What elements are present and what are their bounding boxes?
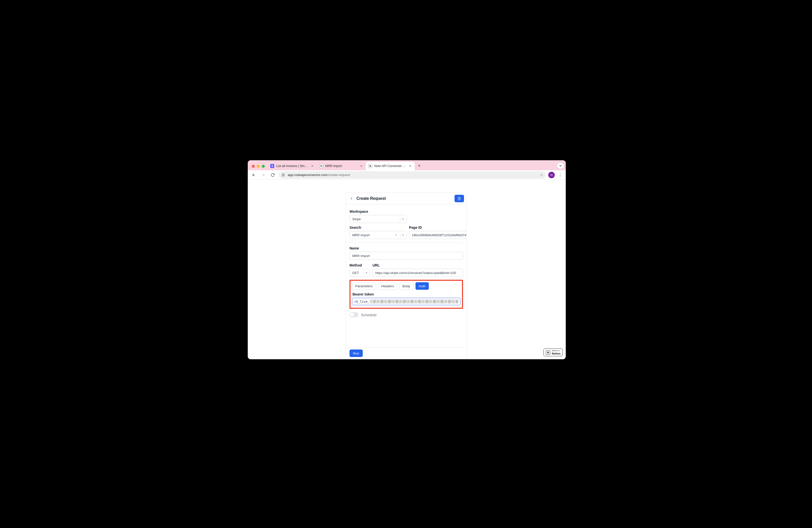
bookmark-star-icon[interactable]: ☆	[540, 173, 543, 177]
tab-headers[interactable]: Headers	[378, 282, 397, 290]
url-path: /create-request	[327, 173, 350, 177]
badge-bottom-text: Notion	[552, 352, 561, 355]
workspace-value: Stripe	[352, 217, 398, 221]
tune-icon	[281, 173, 285, 177]
browser-tab-mrr-import[interactable]: N MRR import ×	[317, 162, 366, 170]
card-header: Create Request ☰	[346, 193, 466, 205]
browser-window: S List all invoices | Stripe API R × N M…	[248, 160, 566, 359]
request-config-tabs: Parameters Headers Body Auth	[352, 282, 461, 290]
tab-search-button[interactable]	[557, 163, 564, 169]
card-menu-button[interactable]: ☰	[454, 195, 464, 202]
made-for-notion-badge[interactable]: N Made for Notion	[543, 349, 563, 356]
bearer-token-label: Bearer token	[352, 292, 461, 296]
reload-button[interactable]	[269, 172, 276, 178]
menu-icon: ☰	[458, 196, 461, 201]
divider	[349, 243, 463, 243]
close-tab-icon[interactable]: ×	[408, 164, 412, 168]
browser-toolbar: app.noteapiconnector.com/create-request …	[248, 170, 566, 180]
method-select[interactable]: GET ▾	[349, 269, 370, 277]
chevron-down-icon: ▾	[366, 271, 367, 275]
name-value: MRR Import	[352, 254, 370, 258]
page-viewport: Create Request ☰ Workspace Stripe ▾ Sea	[248, 180, 566, 359]
name-input[interactable]: MRR Import	[349, 252, 463, 260]
address-bar[interactable]: app.noteapiconnector.com/create-request …	[279, 171, 546, 179]
reload-icon	[271, 173, 275, 177]
tab-title: Note API Connector - App	[374, 164, 406, 168]
bearer-token-input[interactable]: rk_live_	[352, 298, 461, 305]
chevron-down-icon	[559, 164, 563, 168]
method-label: Method	[349, 263, 370, 267]
profile-avatar[interactable]: m	[548, 172, 555, 178]
chevron-down-icon: ▾	[402, 233, 404, 237]
badge-top-text: Made for	[552, 350, 561, 352]
run-button[interactable]: Run	[349, 350, 363, 357]
new-tab-button[interactable]: +	[416, 162, 423, 169]
close-window-button[interactable]	[252, 165, 255, 168]
site-settings-icon[interactable]	[281, 173, 286, 177]
browser-tab-note-api-connector[interactable]: N Note API Connector - App ×	[366, 162, 415, 170]
svg-point-5	[282, 174, 283, 174]
back-chevron-button[interactable]	[348, 195, 354, 202]
back-button[interactable]	[250, 172, 257, 178]
method-value: GET	[352, 271, 366, 275]
maximize-window-button[interactable]	[262, 165, 265, 168]
search-value: MRR import	[352, 233, 395, 237]
url-label: URL	[373, 263, 463, 267]
clear-icon[interactable]: ×	[395, 233, 397, 237]
url-input[interactable]: https://api.stripe.com/v1/invoices?statu…	[373, 269, 463, 277]
card-footer: Run	[346, 347, 466, 359]
notion-logo-icon: N	[546, 350, 550, 355]
browser-tab-stripe[interactable]: S List all invoices | Stripe API R ×	[268, 162, 317, 170]
favicon-note-api: N	[368, 164, 372, 168]
pageid-input[interactable]: 19fce380694c80828f71c5104df9d374	[409, 231, 466, 239]
window-controls	[250, 165, 268, 170]
create-request-card: Create Request ☰ Workspace Stripe ▾ Sea	[346, 192, 467, 359]
pageid-value: 19fce380694c80828f71c5104df9d374	[412, 233, 466, 237]
close-tab-icon[interactable]: ×	[310, 164, 314, 168]
bearer-token-redacted	[370, 300, 458, 303]
chevron-down-icon: ▾	[402, 217, 404, 221]
chevron-left-icon	[349, 196, 353, 201]
workspace-select[interactable]: Stripe ▾	[349, 215, 406, 223]
schedule-toggle[interactable]	[349, 312, 359, 317]
tab-auth[interactable]: Auth	[416, 282, 429, 290]
tab-parameters[interactable]: Parameters	[352, 282, 376, 290]
svg-point-6	[284, 175, 284, 175]
favicon-notion: N	[319, 164, 323, 168]
pageid-label: Page ID	[409, 225, 466, 230]
favicon-stripe: S	[270, 164, 274, 168]
svg-point-7	[282, 176, 283, 176]
page-title: Create Request	[357, 196, 386, 201]
close-tab-icon[interactable]: ×	[359, 164, 363, 168]
tab-strip: S List all invoices | Stripe API R × N M…	[248, 160, 566, 170]
forward-button[interactable]	[260, 172, 267, 178]
arrow-right-icon	[261, 173, 265, 177]
minimize-window-button[interactable]	[257, 165, 260, 168]
arrow-left-icon	[252, 173, 256, 177]
url-value: https://api.stripe.com/v1/invoices?statu…	[375, 271, 456, 275]
workspace-label: Workspace	[349, 209, 463, 214]
url-host: app.noteapiconnector.com	[288, 173, 327, 177]
bearer-token-prefix: rk_live_	[354, 300, 369, 304]
name-label: Name	[349, 246, 463, 250]
search-select[interactable]: MRR import × ▾	[349, 231, 406, 239]
browser-menu-button[interactable]: ⋮	[557, 173, 563, 177]
search-label: Search	[349, 225, 406, 230]
tab-title: List all invoices | Stripe API R	[276, 164, 308, 168]
schedule-label: Schedule	[361, 313, 377, 317]
auth-highlight: Parameters Headers Body Auth Bearer toke…	[349, 280, 463, 309]
tab-body[interactable]: Body	[399, 282, 414, 290]
tab-title: MRR import	[325, 164, 357, 168]
